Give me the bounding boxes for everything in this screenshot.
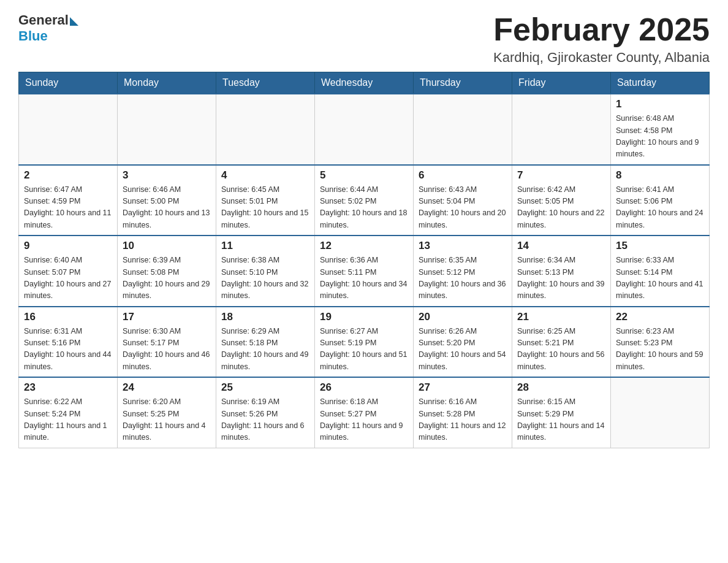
day-number: 10 [123,240,211,252]
day-info: Sunrise: 6:29 AMSunset: 5:18 PMDaylight:… [221,326,309,373]
day-number: 11 [221,240,309,252]
calendar-cell [414,94,512,165]
day-number: 25 [221,381,309,394]
calendar-cell: 12Sunrise: 6:36 AMSunset: 5:11 PMDayligh… [315,236,414,307]
calendar-cell [216,94,315,165]
day-number: 20 [419,311,507,323]
day-number: 14 [517,240,605,252]
calendar-cell: 15Sunrise: 6:33 AMSunset: 5:14 PMDayligh… [611,236,710,307]
calendar-cell: 6Sunrise: 6:43 AMSunset: 5:04 PMDaylight… [414,165,512,236]
calendar-cell [19,94,118,165]
weekday-header-saturday: Saturday [611,72,710,94]
weekday-header-friday: Friday [512,72,611,94]
calendar-cell: 28Sunrise: 6:15 AMSunset: 5:29 PMDayligh… [512,377,611,448]
logo: General Blue [18,12,78,44]
calendar-cell: 19Sunrise: 6:27 AMSunset: 5:19 PMDayligh… [315,307,414,378]
day-info: Sunrise: 6:44 AMSunset: 5:02 PMDaylight:… [320,184,408,232]
weekday-header-row: SundayMondayTuesdayWednesdayThursdayFrid… [19,72,710,94]
calendar-cell [611,377,710,448]
day-number: 9 [24,240,112,252]
calendar-cell: 10Sunrise: 6:39 AMSunset: 5:08 PMDayligh… [118,236,216,307]
day-number: 15 [616,240,704,252]
day-info: Sunrise: 6:48 AMSunset: 4:58 PMDaylight:… [616,113,704,161]
week-row-5: 23Sunrise: 6:22 AMSunset: 5:24 PMDayligh… [19,377,710,448]
title-area: February 2025 Kardhiq, Gjirokaster Count… [493,12,710,66]
week-row-4: 16Sunrise: 6:31 AMSunset: 5:16 PMDayligh… [19,307,710,378]
day-info: Sunrise: 6:47 AMSunset: 4:59 PMDaylight:… [24,184,112,232]
calendar-cell [512,94,611,165]
day-number: 24 [123,381,211,394]
day-number: 28 [517,381,605,394]
calendar-cell: 13Sunrise: 6:35 AMSunset: 5:12 PMDayligh… [414,236,512,307]
calendar-cell: 21Sunrise: 6:25 AMSunset: 5:21 PMDayligh… [512,307,611,378]
day-info: Sunrise: 6:19 AMSunset: 5:26 PMDaylight:… [221,396,309,444]
weekday-header-monday: Monday [118,72,216,94]
calendar-cell: 2Sunrise: 6:47 AMSunset: 4:59 PMDaylight… [19,165,118,236]
day-number: 23 [24,381,112,394]
weekday-header-thursday: Thursday [414,72,512,94]
calendar-cell: 7Sunrise: 6:42 AMSunset: 5:05 PMDaylight… [512,165,611,236]
day-number: 22 [616,311,704,323]
weekday-header-sunday: Sunday [19,72,118,94]
day-info: Sunrise: 6:33 AMSunset: 5:14 PMDaylight:… [616,255,704,302]
week-row-2: 2Sunrise: 6:47 AMSunset: 4:59 PMDaylight… [19,165,710,236]
day-number: 26 [320,381,408,394]
calendar-table: SundayMondayTuesdayWednesdayThursdayFrid… [18,72,710,448]
day-number: 3 [123,169,211,182]
day-number: 13 [419,240,507,252]
day-number: 12 [320,240,408,252]
calendar-cell: 8Sunrise: 6:41 AMSunset: 5:06 PMDaylight… [611,165,710,236]
logo-general-text: General [18,12,69,28]
calendar-cell: 1Sunrise: 6:48 AMSunset: 4:58 PMDaylight… [611,94,710,165]
calendar-cell: 9Sunrise: 6:40 AMSunset: 5:07 PMDaylight… [19,236,118,307]
day-info: Sunrise: 6:18 AMSunset: 5:27 PMDaylight:… [320,396,408,444]
day-number: 6 [419,169,507,182]
day-info: Sunrise: 6:41 AMSunset: 5:06 PMDaylight:… [616,184,704,232]
day-info: Sunrise: 6:30 AMSunset: 5:17 PMDaylight:… [123,326,211,373]
day-info: Sunrise: 6:34 AMSunset: 5:13 PMDaylight:… [517,255,605,302]
day-number: 2 [24,169,112,182]
day-info: Sunrise: 6:26 AMSunset: 5:20 PMDaylight:… [419,326,507,373]
calendar-subtitle: Kardhiq, Gjirokaster County, Albania [493,50,710,66]
calendar-cell: 26Sunrise: 6:18 AMSunset: 5:27 PMDayligh… [315,377,414,448]
week-row-3: 9Sunrise: 6:40 AMSunset: 5:07 PMDaylight… [19,236,710,307]
calendar-cell [315,94,414,165]
day-info: Sunrise: 6:36 AMSunset: 5:11 PMDaylight:… [320,255,408,302]
calendar-cell: 3Sunrise: 6:46 AMSunset: 5:00 PMDaylight… [118,165,216,236]
day-number: 19 [320,311,408,323]
day-info: Sunrise: 6:35 AMSunset: 5:12 PMDaylight:… [419,255,507,302]
calendar-cell: 16Sunrise: 6:31 AMSunset: 5:16 PMDayligh… [19,307,118,378]
calendar-cell: 25Sunrise: 6:19 AMSunset: 5:26 PMDayligh… [216,377,315,448]
day-info: Sunrise: 6:43 AMSunset: 5:04 PMDaylight:… [419,184,507,232]
calendar-cell: 20Sunrise: 6:26 AMSunset: 5:20 PMDayligh… [414,307,512,378]
calendar-cell: 14Sunrise: 6:34 AMSunset: 5:13 PMDayligh… [512,236,611,307]
calendar-cell: 27Sunrise: 6:16 AMSunset: 5:28 PMDayligh… [414,377,512,448]
weekday-header-wednesday: Wednesday [315,72,414,94]
day-info: Sunrise: 6:20 AMSunset: 5:25 PMDaylight:… [123,396,211,444]
day-info: Sunrise: 6:38 AMSunset: 5:10 PMDaylight:… [221,255,309,302]
day-info: Sunrise: 6:22 AMSunset: 5:24 PMDaylight:… [24,396,112,444]
calendar-cell: 5Sunrise: 6:44 AMSunset: 5:02 PMDaylight… [315,165,414,236]
logo-blue-text: Blue [18,28,48,44]
day-info: Sunrise: 6:16 AMSunset: 5:28 PMDaylight:… [419,396,507,444]
day-number: 16 [24,311,112,323]
day-number: 1 [616,98,704,110]
calendar-cell: 11Sunrise: 6:38 AMSunset: 5:10 PMDayligh… [216,236,315,307]
day-info: Sunrise: 6:15 AMSunset: 5:29 PMDaylight:… [517,396,605,444]
day-info: Sunrise: 6:31 AMSunset: 5:16 PMDaylight:… [24,326,112,373]
calendar-cell: 24Sunrise: 6:20 AMSunset: 5:25 PMDayligh… [118,377,216,448]
calendar-cell: 22Sunrise: 6:23 AMSunset: 5:23 PMDayligh… [611,307,710,378]
day-info: Sunrise: 6:42 AMSunset: 5:05 PMDaylight:… [517,184,605,232]
day-number: 27 [419,381,507,394]
logo-triangle-icon [70,17,78,26]
day-number: 21 [517,311,605,323]
day-number: 7 [517,169,605,182]
calendar-cell: 17Sunrise: 6:30 AMSunset: 5:17 PMDayligh… [118,307,216,378]
page-header: General Blue February 2025 Kardhiq, Gjir… [18,12,710,66]
day-number: 8 [616,169,704,182]
day-info: Sunrise: 6:27 AMSunset: 5:19 PMDaylight:… [320,326,408,373]
calendar-title: February 2025 [493,12,710,47]
calendar-cell [118,94,216,165]
day-number: 5 [320,169,408,182]
day-number: 4 [221,169,309,182]
